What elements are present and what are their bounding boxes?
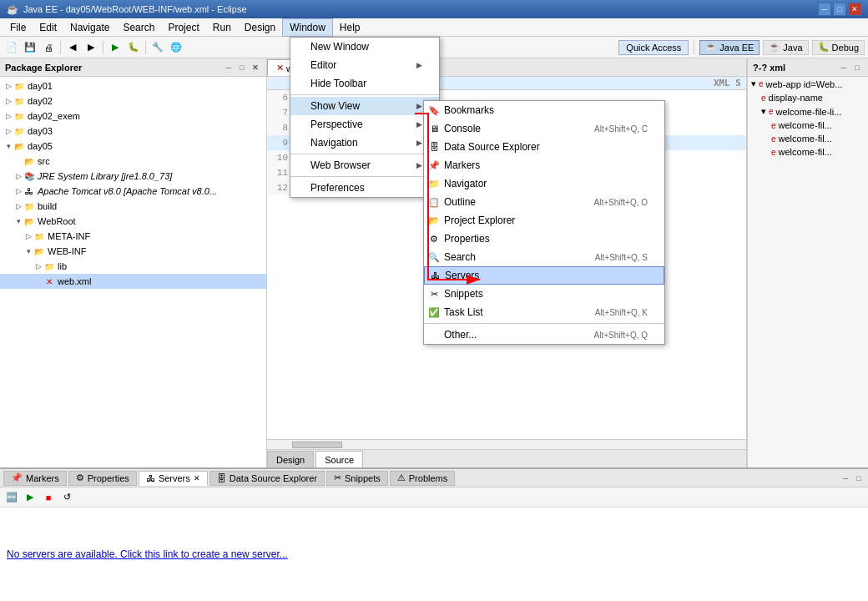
servers-tab-close[interactable]: ✕ [194, 474, 200, 482]
folder-icon: 📁 [33, 230, 45, 242]
other-item[interactable]: Other... Alt+Shift+Q, Q [424, 326, 664, 344]
snippets-icon: ✂ [427, 287, 441, 300]
project-explorer-item[interactable]: 📂 Project Explorer [424, 211, 664, 230]
editor-item[interactable]: Editor [290, 56, 439, 74]
datasource-explorer-item[interactable]: 🗄 Data Source Explorer [424, 138, 664, 156]
forward-button[interactable]: ▶ [83, 39, 99, 56]
outline-minimize[interactable]: ─ [838, 62, 850, 73]
close-button[interactable]: ✕ [848, 3, 861, 16]
outline-maximize[interactable]: □ [851, 62, 863, 73]
debug-button[interactable]: 🐛 [125, 39, 142, 56]
perspective-debug[interactable]: 🐛 Debug [812, 40, 865, 55]
menu-search[interactable]: Search [116, 18, 161, 37]
console-item[interactable]: 🖥 Console Alt+Shift+Q, C [424, 119, 664, 138]
tree-item-src[interactable]: 📂 src [0, 154, 266, 169]
perspective-item[interactable]: Perspective [290, 115, 439, 134]
outline-item-welcome3[interactable]: e welcome-fil... [748, 145, 868, 159]
new-server-btn[interactable]: 🆕 [3, 489, 20, 506]
tree-item-lib[interactable]: ▷ 📁 lib [0, 259, 266, 274]
tree-item-day05[interactable]: ▾ 📂 day05 [0, 139, 266, 154]
outline-item-displayname[interactable]: e display-name [748, 91, 868, 104]
horizontal-scrollbar[interactable] [267, 439, 746, 449]
toolbar-btn-extra2[interactable]: 🌐 [168, 39, 184, 56]
menu-file[interactable]: File [3, 18, 33, 37]
outline-item-webapp[interactable]: ▾ e web-app id=Web... [748, 77, 868, 91]
maximize-button[interactable]: □ [833, 3, 846, 16]
run-button[interactable]: ▶ [107, 39, 124, 56]
outline-item-welcome2[interactable]: e welcome-fil... [748, 132, 868, 145]
folder-icon: 📁 [13, 110, 25, 122]
task-list-item[interactable]: ✅ Task List Alt+Shift+Q, K [424, 303, 664, 321]
javaee-icon: ☕ [705, 42, 717, 53]
hide-toolbar-item[interactable]: Hide Toolbar [290, 74, 439, 93]
panel-minimize-btn[interactable]: ─ [840, 472, 851, 484]
create-server-link[interactable]: No servers are available. Click this lin… [7, 548, 288, 560]
properties-item[interactable]: ⚙ Properties [424, 230, 664, 248]
show-view-item[interactable]: Show View [290, 97, 439, 115]
tree-item-webroot[interactable]: ▾ 📂 WebRoot [0, 214, 266, 229]
problems-tab[interactable]: ⚠ Problems [390, 471, 455, 486]
snippets-tab[interactable]: ✂ Snippets [326, 471, 388, 486]
source-tab[interactable]: Source [315, 451, 363, 467]
preferences-item[interactable]: Preferences [290, 179, 439, 197]
menu-window[interactable]: Window [282, 18, 333, 37]
close-panel-button[interactable]: ✕ [250, 62, 261, 73]
quick-access-button[interactable]: Quick Access [618, 40, 689, 55]
markers-tab[interactable]: 📌 Markers [3, 471, 67, 486]
markers-item[interactable]: 📌 Markers [424, 156, 664, 174]
tree-item-webinf[interactable]: ▾ 📂 WEB-INF [0, 244, 266, 259]
tree-item-day02exem[interactable]: ▷ 📁 day02_exem [0, 109, 266, 124]
scrollbar-thumb[interactable] [292, 442, 342, 448]
maximize-panel-button[interactable]: □ [236, 62, 248, 73]
print-button[interactable]: 🖨 [40, 39, 57, 56]
minimize-button[interactable]: ─ [818, 3, 831, 16]
menu-project[interactable]: Project [161, 18, 205, 37]
title-bar-left: ☕ Java EE - day05/WebRoot/WEB-INF/web.xm… [7, 4, 247, 15]
outline-item-welcomelist[interactable]: ▾ e welcome-file-li... [748, 104, 868, 119]
servers-tab[interactable]: 🖧 Servers ✕ [139, 471, 208, 486]
panel-maximize-btn[interactable]: □ [853, 472, 865, 484]
restart-server-btn[interactable]: ↺ [58, 489, 75, 506]
folder-icon: 📁 [13, 95, 25, 107]
menu-separator-2 [290, 154, 439, 154]
perspective-java[interactable]: ☕ Java [763, 40, 808, 55]
tree-item-tomcat[interactable]: ▷ 🖧 Apache Tomcat v8.0 [Apache Tomcat v8… [0, 184, 266, 199]
tree-item-build[interactable]: ▷ 📁 build [0, 199, 266, 214]
tree-item-day03[interactable]: ▷ 📁 day03 [0, 124, 266, 139]
tree-item-metainf[interactable]: ▷ 📁 META-INF [0, 229, 266, 244]
tree-item-webxml[interactable]: ✕ web.xml [0, 274, 266, 289]
tree-item-day02[interactable]: ▷ 📁 day02 [0, 93, 266, 109]
menu-navigate[interactable]: Navigate [63, 18, 116, 37]
back-button[interactable]: ◀ [64, 39, 81, 56]
minimize-panel-button[interactable]: ─ [223, 62, 235, 73]
menu-design[interactable]: Design [238, 18, 282, 37]
outline-label: welcome-fil... [779, 147, 832, 157]
bookmarks-item[interactable]: 🔖 Bookmarks [424, 101, 664, 119]
menu-run[interactable]: Run [206, 18, 238, 37]
toolbar-btn-extra1[interactable]: 🔧 [149, 39, 166, 56]
snippets-item[interactable]: ✂ Snippets [424, 285, 664, 303]
stop-server-btn[interactable]: ■ [40, 489, 57, 506]
outline-item-welcome1[interactable]: e welcome-fil... [748, 119, 868, 132]
start-server-btn[interactable]: ▶ [22, 489, 38, 506]
search-item[interactable]: 🔍 Search Alt+Shift+Q, S [424, 248, 664, 266]
new-button[interactable]: 📄 [3, 39, 20, 56]
properties-tab[interactable]: ⚙ Properties [68, 471, 137, 486]
design-tab[interactable]: Design [267, 451, 314, 467]
tree-item-day01[interactable]: ▷ 📁 day01 [0, 78, 266, 93]
navigator-item[interactable]: 📁 Navigator [424, 174, 664, 193]
navigator-icon: 📁 [427, 177, 441, 190]
tree-item-jre[interactable]: ▷ 📚 JRE System Library [jre1.8.0_73] [0, 169, 266, 184]
menu-edit[interactable]: Edit [33, 18, 63, 37]
servers-menu-item[interactable]: 🖧 Servers [424, 266, 664, 285]
navigation-item[interactable]: Navigation [290, 134, 439, 152]
datasource-tab[interactable]: 🗄 Data Source Explorer [209, 471, 325, 486]
outline-item[interactable]: 📋 Outline Alt+Shift+Q, O [424, 193, 664, 211]
properties-label: Properties [88, 473, 129, 483]
save-button[interactable]: 💾 [22, 39, 38, 56]
new-window-item[interactable]: New Window [290, 38, 439, 56]
menu-help[interactable]: Help [333, 18, 367, 37]
tree-label: build [38, 201, 57, 211]
web-browser-item[interactable]: Web Browser [290, 156, 439, 174]
perspective-javaee[interactable]: ☕ Java EE [699, 40, 760, 55]
